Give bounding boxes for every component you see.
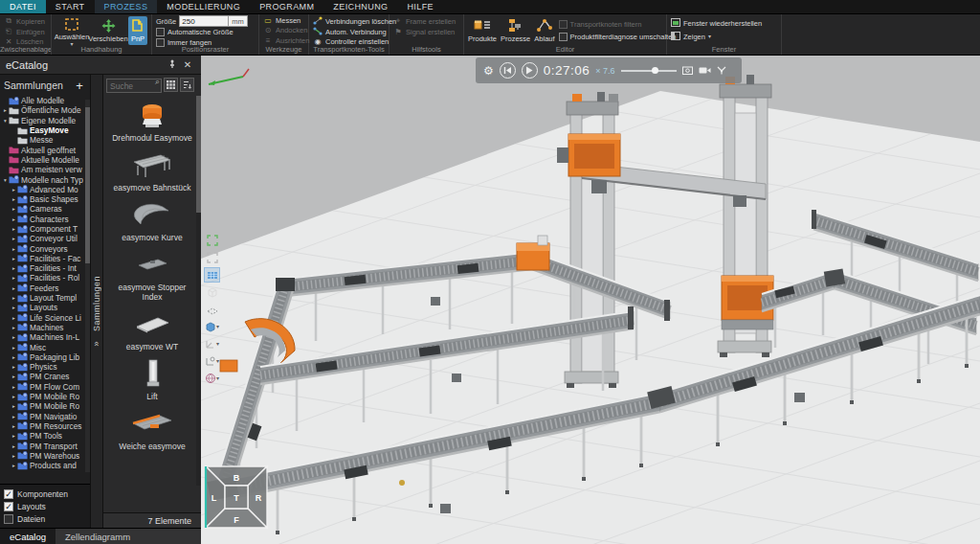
add-collection-button[interactable]: +: [73, 79, 86, 93]
world-mode-dropdown[interactable]: ▾: [205, 372, 219, 385]
tree-item-packaging-lib[interactable]: ▸Packaging Lib: [2, 352, 90, 362]
tree-expand-icon[interactable]: ▸: [11, 364, 17, 370]
catalog-item-easymove-stopper-index[interactable]: easymove Stopper Index: [108, 249, 196, 302]
tree-item-pm-mobile-ro[interactable]: ▸PM Mobile Ro: [2, 392, 90, 401]
menu-tab-datei[interactable]: DATEI: [0, 0, 46, 13]
tree-expand-icon[interactable]: ▸: [2, 107, 9, 113]
tree-expand-icon[interactable]: ▸: [11, 206, 17, 212]
tree-item-facilities-rol[interactable]: ▸Facilities - Rol: [2, 273, 90, 283]
tree-item-eigene-modelle[interactable]: ▾Eigene Modelle: [2, 116, 90, 125]
move-button[interactable]: Verschieben: [92, 16, 124, 45]
menu-tab-modellierung[interactable]: MODELLIERUNG: [157, 0, 250, 13]
connectivity-icon[interactable]: [717, 66, 726, 75]
tree-item-products-and[interactable]: ▸Products and: [2, 461, 90, 470]
tree-item-alle-modelle[interactable]: Alle Modelle: [2, 96, 90, 105]
products-button[interactable]: Produkte: [468, 16, 497, 45]
tree-expand-icon[interactable]: ▸: [11, 285, 17, 291]
tree-item-aktuelle-modelle[interactable]: Aktuelle Modelle: [2, 155, 90, 165]
collections-collapse-strip[interactable]: Sammlungen «: [90, 75, 103, 528]
fit-selected-icon[interactable]: [205, 234, 219, 247]
catalog-item-lift[interactable]: Lift: [108, 358, 196, 401]
menu-tab-start[interactable]: START: [46, 0, 95, 13]
tree-expand-icon[interactable]: ▸: [11, 403, 17, 409]
tree-item-aktuell-ge-ffnet[interactable]: Aktuell geöffnet: [2, 145, 90, 154]
search-input[interactable]: [106, 79, 162, 93]
tree-expand-icon[interactable]: ▸: [11, 345, 17, 351]
restore-windows-button[interactable]: Fenster wiederherstellen: [671, 18, 762, 28]
menu-tab-zeichnung[interactable]: ZEICHNUNG: [323, 0, 397, 13]
filter-layouts[interactable]: ✓Layouts: [4, 502, 86, 511]
pin-icon[interactable]: [165, 59, 180, 71]
toggle-diag-checkbox-row[interactable]: Produktfilterdiagnose umschalten: [559, 32, 677, 41]
bounding-box-icon[interactable]: [205, 285, 219, 299]
catalog-item-easymove-bahnst-ck[interactable]: easymove Bahnstück: [108, 149, 196, 193]
navigation-cube[interactable]: B L T R F: [206, 466, 267, 528]
create-frame-button[interactable]: ⌖Frame erstellen: [393, 16, 456, 26]
fit-all-icon[interactable]: [205, 251, 219, 264]
align-button[interactable]: ≡Ausrichten: [263, 36, 309, 45]
tree-expand-icon[interactable]: ▸: [11, 325, 17, 330]
tree-item-advanced-mo[interactable]: ▸Advanced Mo: [2, 185, 90, 194]
tree-item-pm-mobile-ro[interactable]: ▸PM Mobile Ro: [2, 401, 90, 411]
delete-connections-button[interactable]: Verbindungen löschen: [313, 16, 396, 26]
create-signal-button[interactable]: ⚑Signal erstellen: [393, 27, 456, 36]
tree-expand-icon[interactable]: ▸: [11, 295, 17, 301]
move-mode-dropdown[interactable]: ▾: [205, 337, 219, 351]
lift-tower-2[interactable]: [718, 75, 773, 357]
tree-item-machines[interactable]: ▸Machines: [2, 323, 90, 332]
tree-item-pm-transport[interactable]: ▸PM Transport: [2, 441, 90, 450]
tree-item-modelle-nach-typ[interactable]: ▾Modelle nach Typ: [2, 174, 90, 184]
tree-item-component-t[interactable]: ▸Component T: [2, 224, 90, 234]
tree-expand-icon[interactable]: ▸: [11, 384, 17, 390]
sort-button[interactable]: [180, 78, 194, 92]
tree-item-conveyor-util[interactable]: ▸Conveyor Util: [2, 234, 90, 243]
tree-expand-icon[interactable]: ▸: [11, 305, 17, 310]
tree-expand-icon[interactable]: ▸: [11, 414, 17, 419]
tree-expand-icon[interactable]: ▸: [11, 394, 17, 399]
show-windows-button[interactable]: Zeigen▾: [671, 32, 762, 41]
grid-plane-icon[interactable]: [205, 268, 219, 282]
tree-item-pm-tools[interactable]: ▸PM Tools: [2, 431, 90, 441]
grid-view-button[interactable]: [164, 78, 178, 92]
close-icon[interactable]: ✕: [180, 59, 195, 70]
tree-expand-icon[interactable]: ▸: [11, 453, 17, 459]
copy-button[interactable]: ⧉Kopieren: [4, 16, 45, 26]
grid-size-input[interactable]: [179, 15, 229, 27]
tree-expand-icon[interactable]: ▸: [11, 196, 17, 202]
menu-tab-hilfe[interactable]: HILFE: [397, 0, 443, 13]
tree-expand-icon[interactable]: ▸: [11, 216, 17, 222]
pnp-button[interactable]: PnP: [128, 16, 147, 45]
tree-expand-icon[interactable]: ▸: [11, 265, 17, 271]
tree-item-layouts[interactable]: ▸Layouts: [2, 303, 90, 312]
tree-expand-icon[interactable]: ▸: [11, 443, 17, 449]
dock-button[interactable]: ⊙Andocken: [263, 26, 309, 34]
flow-button[interactable]: Ablauf: [534, 16, 554, 45]
tree-expand-icon[interactable]: ▸: [11, 423, 17, 429]
tree-expand-icon[interactable]: ▸: [11, 433, 17, 439]
speed-slider[interactable]: [621, 66, 677, 76]
tree-expand-icon[interactable]: ▾: [2, 118, 9, 124]
tree-expand-icon[interactable]: ▸: [11, 187, 17, 193]
tree-item-feeders[interactable]: ▸Feeders: [2, 283, 90, 293]
play-button[interactable]: [522, 62, 538, 79]
tree-item-am-meisten-verw[interactable]: Am meisten verw: [2, 165, 90, 174]
tree-item-pm-cranes[interactable]: ▸PM Cranes: [2, 372, 90, 381]
tree-item-facilities-int[interactable]: ▸Facilities - Int: [2, 263, 90, 273]
tree-item-pm-resources[interactable]: ▸PM Resources: [2, 421, 90, 431]
playback-settings-icon[interactable]: ⚙: [483, 65, 494, 77]
tree-expand-icon[interactable]: ▸: [11, 275, 17, 281]
tree-item-facilities-fac[interactable]: ▸Facilities - Fac: [2, 254, 90, 263]
tree-expand-icon[interactable]: ▸: [11, 374, 17, 379]
tree-item-machines-in-l[interactable]: ▸Machines In-L: [2, 332, 90, 342]
filter-dateien[interactable]: Dateien: [4, 514, 86, 524]
collapse-chevron-icon[interactable]: «: [92, 342, 101, 347]
floor-plane-icon[interactable]: [205, 303, 219, 316]
catalog-item-drehmodul-easymove[interactable]: Drehmodul Easymove: [108, 100, 196, 143]
select-button[interactable]: Auswählen▾: [56, 16, 88, 45]
filter-checkbox[interactable]: ✓: [4, 502, 13, 511]
screenshot-icon[interactable]: [682, 66, 693, 75]
restart-button[interactable]: [500, 62, 516, 79]
tree-expand-icon[interactable]: ▸: [11, 246, 17, 252]
filter-nodes-checkbox[interactable]: [559, 20, 568, 29]
snap-mode-dropdown[interactable]: ▾: [205, 354, 219, 368]
